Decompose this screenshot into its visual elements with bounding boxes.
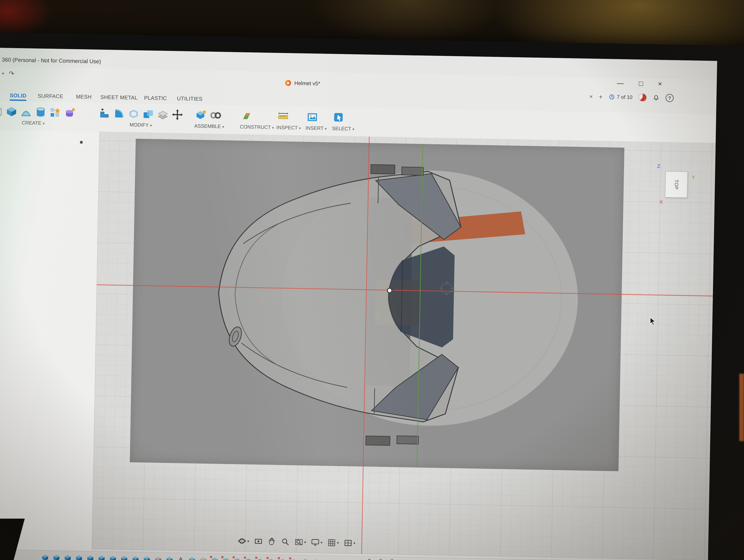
- undo-caret-icon[interactable]: ▾: [2, 71, 4, 76]
- timeline-feature-icon[interactable]: ×: [290, 559, 298, 560]
- timeline-feature-icon[interactable]: [188, 557, 196, 560]
- dropdown-caret-icon[interactable]: ▾: [337, 541, 339, 545]
- dropdown-caret-icon[interactable]: ▾: [304, 540, 306, 544]
- shell-icon[interactable]: [127, 107, 140, 121]
- feature-error-icon: ×: [244, 555, 246, 560]
- timeline-feature-icon[interactable]: ×: [211, 557, 219, 560]
- timeline-feature-icon[interactable]: [98, 555, 105, 560]
- view-cube[interactable]: Z Y X TOP: [656, 163, 699, 210]
- timeline-feature-icon[interactable]: [75, 555, 83, 560]
- timeline-feature-icon[interactable]: ×: [256, 558, 264, 560]
- pan-button[interactable]: [268, 537, 276, 546]
- timeline-feature-icon[interactable]: ×: [245, 558, 252, 560]
- dropdown-caret-icon[interactable]: ▾: [354, 541, 355, 545]
- timeline-feature-icon[interactable]: [109, 555, 117, 560]
- insert-group-label[interactable]: INSERT ▾: [305, 125, 327, 131]
- timeline-feature-icon[interactable]: ×: [279, 558, 286, 560]
- modify-group-label[interactable]: MODIFY ▾: [98, 121, 184, 129]
- timeline-feature-icon[interactable]: [53, 554, 60, 560]
- ribbon-group-select: SELECT ▾: [332, 107, 355, 132]
- maximize-button[interactable]: □: [639, 79, 643, 87]
- dropdown-caret-icon[interactable]: ▾: [247, 539, 249, 544]
- display-settings-button[interactable]: ▾: [311, 538, 323, 547]
- tab-utilities[interactable]: UTILITIES: [177, 95, 202, 102]
- timeline-feature-icon[interactable]: [177, 556, 185, 560]
- inspect-group-label[interactable]: INSPECT ▾: [276, 125, 301, 131]
- grid-snaps-button[interactable]: ▾: [328, 538, 339, 547]
- redo-button[interactable]: ↷: [9, 70, 14, 78]
- ribbon-group-inspect: INSPECT ▾: [276, 106, 301, 131]
- timeline-feature-icon[interactable]: ×: [234, 557, 241, 560]
- timeline-feature-icon[interactable]: [120, 555, 128, 560]
- reference-canvas-image[interactable]: [130, 139, 624, 471]
- select-group-label[interactable]: SELECT ▾: [332, 126, 354, 132]
- tab-plastic[interactable]: PLASTIC: [144, 95, 167, 102]
- tab-solid[interactable]: SOLID: [10, 92, 27, 101]
- timeline-feature-icon[interactable]: [335, 559, 343, 560]
- timeline-feature-icon[interactable]: [87, 555, 94, 560]
- timeline-feature-icon[interactable]: [200, 557, 207, 560]
- tab-surface[interactable]: SURFACE: [38, 93, 63, 99]
- fillet-icon[interactable]: [112, 107, 126, 121]
- tab-sheet-metal[interactable]: SHEET METAL: [100, 94, 138, 101]
- box-icon[interactable]: [5, 105, 18, 119]
- sketch-icon[interactable]: [0, 104, 4, 119]
- timeline-feature-icon[interactable]: ×: [222, 557, 230, 560]
- viewports-button[interactable]: ▾: [344, 539, 356, 547]
- timeline-feature-icon[interactable]: [64, 554, 72, 560]
- timeline-feature-icon[interactable]: ×: [267, 558, 275, 560]
- fit-button[interactable]: ▾: [295, 538, 306, 546]
- form-icon[interactable]: [63, 106, 76, 120]
- tab-mesh[interactable]: MESH: [76, 94, 91, 100]
- viewport-canvas[interactable]: Z Y X TOP ▾▾▾▾▾: [92, 132, 715, 560]
- timeline-feature-icon[interactable]: [166, 556, 173, 560]
- cylinder-icon[interactable]: [34, 105, 47, 119]
- tab-close-button[interactable]: ×: [590, 93, 593, 100]
- dropdown-caret-icon: ▾: [43, 122, 44, 126]
- laptop-bezel: 360 (Personal - Not for Commercial Use) …: [0, 32, 744, 560]
- move-icon[interactable]: [171, 107, 184, 122]
- dropdown-caret-icon[interactable]: ▾: [321, 540, 323, 545]
- timeline-feature-icon[interactable]: [132, 556, 139, 560]
- mouse-cursor: [648, 317, 657, 325]
- profile-avatar[interactable]: [639, 93, 647, 102]
- quick-access-toolbar: ↶ ▾ ↷: [0, 70, 14, 77]
- viewcube-top-face[interactable]: TOP: [665, 171, 688, 198]
- create-group-label[interactable]: CREATE ▾: [0, 119, 76, 127]
- browser-toggle-dot[interactable]: [80, 141, 83, 144]
- combine-icon[interactable]: [142, 107, 155, 121]
- notifications-bell-icon[interactable]: [653, 94, 660, 101]
- feature-error-icon: ×: [232, 555, 235, 560]
- minimize-button[interactable]: —: [617, 79, 624, 87]
- select-icon[interactable]: [332, 111, 345, 125]
- timeline-feature-icon[interactable]: [154, 556, 162, 560]
- plane-icon[interactable]: [240, 109, 253, 123]
- close-button[interactable]: ×: [658, 80, 662, 88]
- insert-image-icon[interactable]: [306, 110, 319, 124]
- zoom-button[interactable]: [281, 537, 290, 546]
- ribbon-group-create: CREATE ▾: [0, 101, 77, 127]
- job-status[interactable]: 7 of 10: [609, 94, 632, 100]
- new-component-icon[interactable]: [194, 108, 208, 122]
- help-button[interactable]: ?: [666, 94, 674, 102]
- feature-error-icon: ×: [210, 554, 213, 560]
- timeline-feature-icon[interactable]: [324, 559, 332, 560]
- timeline-feature-icon[interactable]: [301, 559, 309, 560]
- timeline-feature-icon[interactable]: [143, 556, 151, 560]
- look-at-button[interactable]: [254, 537, 263, 546]
- loft-icon[interactable]: [19, 105, 33, 119]
- helmet-model[interactable]: [130, 139, 624, 471]
- orbit-button[interactable]: ▾: [238, 537, 249, 546]
- offset-icon[interactable]: [156, 107, 170, 122]
- assemble-group-label[interactable]: ASSEMBLE ▾: [194, 123, 224, 129]
- timeline-feature-icon[interactable]: [313, 559, 320, 560]
- ribbon-group-insert: INSERT ▾: [305, 107, 327, 131]
- timeline-feature-icon[interactable]: [41, 554, 49, 560]
- construct-group-label[interactable]: CONSTRUCT ▾: [240, 124, 274, 130]
- press-pull-icon[interactable]: [98, 106, 111, 120]
- new-tab-button[interactable]: +: [599, 93, 603, 100]
- document-tab[interactable]: Helmet v5*: [285, 79, 321, 87]
- joint-icon[interactable]: [209, 108, 222, 122]
- measure-icon[interactable]: [276, 109, 290, 124]
- pattern-icon[interactable]: [48, 105, 62, 120]
